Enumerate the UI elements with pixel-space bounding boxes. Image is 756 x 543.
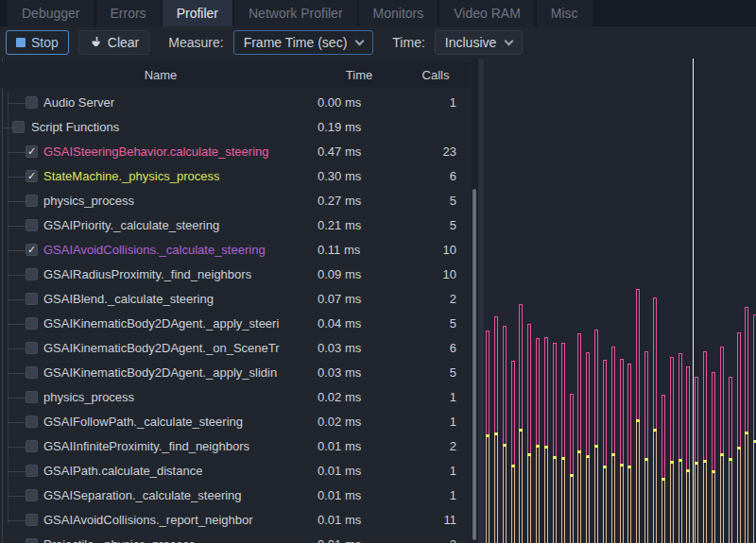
tree-guide-dash	[8, 103, 26, 104]
row-checkbox[interactable]	[26, 195, 38, 207]
table-row[interactable]: GSAIKinematicBody2DAgent._apply_steeri0.…	[0, 312, 471, 336]
row-checkbox[interactable]	[26, 514, 38, 526]
table-row[interactable]: Audio Server0.00 ms1	[0, 91, 471, 115]
graph-bar-pink-segment	[577, 333, 581, 450]
graph-bar-pink-segment	[620, 359, 624, 464]
row-checkbox[interactable]	[26, 96, 38, 109]
row-time-value: 0.04 ms	[318, 316, 361, 331]
clear-button-label: Clear	[108, 35, 139, 50]
column-header-time: Time	[321, 62, 397, 88]
table-row[interactable]: physics_process0.02 ms1	[0, 385, 471, 410]
table-row[interactable]: Script Functions0.19 ms	[0, 115, 471, 140]
row-function-name: GSAIKinematicBody2DAgent._on_SceneTr	[43, 341, 280, 355]
row-checkbox[interactable]	[26, 293, 38, 305]
row-checkbox-checked[interactable]: ✓	[26, 145, 38, 158]
table-row[interactable]: ✓StateMachine._physics_process0.30 ms6	[0, 164, 471, 189]
row-checkbox[interactable]	[26, 317, 38, 330]
row-function-name: GSAIRadiusProximity._find_neighbors	[43, 267, 251, 281]
row-checkbox[interactable]	[26, 391, 38, 403]
row-checkbox[interactable]	[26, 489, 38, 501]
graph-bar-pink-segment	[544, 337, 548, 446]
graph-bar-tan-segment	[486, 437, 490, 543]
table-row[interactable]: GSAIKinematicBody2DAgent._apply_slidin0.…	[0, 361, 471, 385]
graph-bar-pink-segment	[670, 357, 674, 461]
tree-guide-dash	[8, 348, 26, 349]
graph-bar-tan-segment	[511, 467, 515, 543]
row-checkbox[interactable]	[26, 465, 38, 477]
table-row[interactable]: ✓GSAIAvoidCollisions._calculate_steering…	[0, 238, 471, 263]
graph-bar-tan-segment	[644, 461, 648, 543]
stop-button[interactable]: Stop	[6, 30, 69, 55]
row-checkbox[interactable]	[26, 440, 38, 452]
table-row[interactable]: GSAISeparation._calculate_steering0.01 m…	[0, 484, 471, 508]
graph-bar-pink-segment	[627, 364, 631, 466]
graph-bar-tan-segment	[670, 464, 674, 543]
measure-dropdown[interactable]: Frame Time (sec)	[233, 30, 374, 55]
graph-bar-tan-segment	[662, 481, 665, 543]
row-checkbox[interactable]	[26, 268, 38, 280]
profiler-toolbar: Stop Clear Measure: Frame Time (sec) Tim…	[0, 26, 756, 59]
graph-bar-tan-segment	[594, 448, 598, 543]
tree-guide-dash	[2, 127, 12, 128]
tab-debugger[interactable]: Debugger	[8, 0, 94, 26]
graph-bar-pink-segment	[611, 347, 615, 453]
tab-errors[interactable]: Errors	[96, 0, 161, 26]
tab-monitors[interactable]: Monitors	[359, 0, 438, 26]
graph-bar-tan-segment	[653, 432, 657, 543]
table-row[interactable]: GSAIFollowPath._calculate_steering0.02 m…	[0, 410, 471, 434]
broom-icon	[89, 36, 102, 49]
graph-bar-tan-segment	[577, 453, 581, 543]
table-row[interactable]: ✓GSAISteeringBehavior.calculate_steering…	[0, 140, 471, 164]
row-function-name: Script Functions	[31, 120, 119, 134]
table-row[interactable]: GSAIKinematicBody2DAgent._on_SceneTr0.03…	[0, 336, 471, 361]
graph-bar-pink-segment	[703, 351, 707, 460]
row-checkbox[interactable]	[26, 366, 38, 379]
table-row[interactable]: GSAIAvoidCollisions._report_neighbor0.01…	[0, 508, 471, 533]
table-row[interactable]: GSAIPriority._calculate_steering0.21 ms5	[0, 213, 471, 238]
graph-bar-pink-segment	[712, 372, 715, 470]
graph-bar-tan-segment	[720, 456, 724, 543]
graph-bar-tan-segment	[712, 473, 715, 543]
graph-bar-tan-segment	[527, 456, 531, 543]
graph-bar-pink-segment	[662, 395, 665, 478]
table-row[interactable]: GSAIInfiniteProximity._find_neighbors0.0…	[0, 434, 471, 459]
graph-bar-pink-segment	[653, 297, 657, 429]
row-function-name: GSAIPriority._calculate_steering	[43, 218, 219, 232]
table-row[interactable]: physics_process0.27 ms5	[0, 189, 471, 213]
clear-button[interactable]: Clear	[78, 30, 149, 55]
tree-guide-dash	[8, 447, 26, 448]
row-checkbox[interactable]	[26, 219, 38, 231]
graph-bar-tan-segment	[737, 450, 741, 543]
row-time-value: 0.03 ms	[318, 341, 361, 355]
tab-misc[interactable]: Misc	[537, 0, 593, 26]
row-function-name: Projectile._physics_process	[43, 537, 195, 543]
row-checkbox-checked[interactable]: ✓	[26, 244, 38, 256]
graph-bar-pink-segment	[594, 330, 598, 445]
tab-network-profiler[interactable]: Network Profiler	[234, 0, 357, 26]
tab-profiler[interactable]: Profiler	[163, 0, 232, 26]
graph-bar-pink-segment	[536, 338, 540, 445]
stop-button-label: Stop	[31, 35, 59, 50]
row-checkbox-checked[interactable]: ✓	[26, 170, 38, 182]
time-dropdown[interactable]: Inclusive	[435, 30, 523, 55]
table-row[interactable]: Projectile._physics_process0.01 ms2	[0, 533, 471, 543]
row-checkbox[interactable]	[26, 342, 38, 354]
row-checkbox[interactable]	[26, 416, 38, 428]
frame-time-graph[interactable]	[484, 59, 756, 543]
table-row[interactable]: GSAIRadiusProximity._find_neighbors0.09 …	[0, 263, 471, 287]
tab-video-ram[interactable]: Video RAM	[439, 0, 535, 26]
tree-guide-dash	[8, 324, 26, 325]
graph-bar-tan-segment	[553, 459, 557, 543]
scrollbar-thumb[interactable]	[472, 189, 476, 540]
frame-cursor-line[interactable]	[693, 59, 694, 543]
row-checkbox[interactable]	[12, 121, 25, 133]
graph-bar-pink-segment	[519, 304, 523, 429]
graph-bar-tan-segment	[627, 468, 631, 543]
table-row[interactable]: GSAIBlend._calculate_steering0.07 ms2	[0, 287, 471, 312]
row-function-name: GSAIPath.calculate_distance	[43, 464, 202, 478]
row-function-name: GSAIFollowPath._calculate_steering	[43, 415, 243, 429]
row-checkbox[interactable]	[26, 538, 38, 543]
graph-bar-pink-segment	[586, 352, 590, 455]
table-row[interactable]: GSAIPath.calculate_distance0.01 ms1	[0, 459, 471, 484]
row-function-name: Audio Server	[43, 95, 114, 110]
